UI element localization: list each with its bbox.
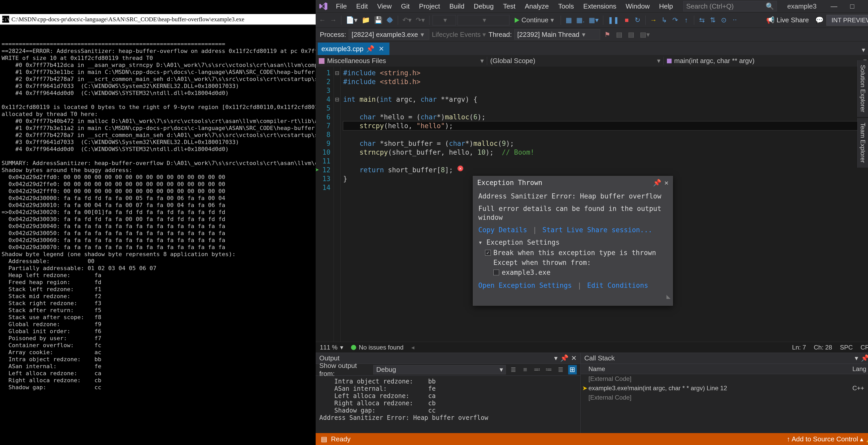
step-over-button[interactable]: ↷ xyxy=(671,15,680,26)
tabs-overflow[interactable]: ▾ xyxy=(859,45,868,55)
resize-grip-icon[interactable]: ◣ xyxy=(666,292,671,301)
show-next-stmt[interactable]: → xyxy=(649,15,658,26)
new-button[interactable]: 📄▾ xyxy=(344,15,359,26)
indent-indicator[interactable]: SPC xyxy=(840,344,853,351)
wnd-btn1[interactable]: ▦ xyxy=(564,15,574,26)
out-btn1[interactable]: ≣ xyxy=(509,365,518,374)
menu-project[interactable]: Project xyxy=(415,1,444,12)
save-button[interactable]: 💾 xyxy=(373,15,384,26)
menu-help[interactable]: Help xyxy=(655,1,677,12)
lifecycle-events[interactable]: Lifecycle Events ▾ xyxy=(432,31,486,39)
callstack-col-lang[interactable]: Lang xyxy=(852,365,868,373)
hscroll-left-icon[interactable]: ◂ xyxy=(411,344,414,351)
open-exc-settings-link[interactable]: Open Exception Settings xyxy=(478,281,572,289)
callstack-row[interactable]: [External Code] xyxy=(581,374,868,383)
fold-gutter[interactable]: ⊟⊟ xyxy=(334,67,341,342)
callstack-row[interactable]: ➤example3.exe!main(int argc, char * * ar… xyxy=(581,383,868,393)
thread-flag-icon[interactable]: ⚑ xyxy=(603,29,612,40)
callstack-col-name[interactable]: Name xyxy=(581,365,852,373)
exception-pin-icon[interactable]: 📌 xyxy=(653,178,661,187)
panel-dd-icon[interactable]: ▾ xyxy=(554,354,558,362)
menu-debug[interactable]: Debug xyxy=(470,1,498,12)
forward-button[interactable]: → xyxy=(329,15,338,26)
save-all-button[interactable]: 🟑 xyxy=(385,15,395,26)
thread-dropdown[interactable]: [22392] Main Thread▾ xyxy=(515,29,600,40)
code-editor[interactable]: 1234567891011121314 ⊟⊟ #include <string.… xyxy=(316,67,868,342)
dbg-a[interactable]: ⇅ xyxy=(708,15,718,26)
except-item-checkbox[interactable]: example3.exe xyxy=(493,268,551,277)
copy-details-link[interactable]: Copy Details xyxy=(478,226,527,234)
panel-close-icon[interactable]: ✕ xyxy=(571,354,577,362)
add-source-control[interactable]: ↑ Add to Source Control ▴ xyxy=(787,435,863,443)
minimize-button[interactable]: ― xyxy=(825,0,843,12)
issues-indicator[interactable]: No issues found xyxy=(351,344,403,351)
dbg-b[interactable]: ⊙ xyxy=(719,15,728,26)
sidetab-solution-explorer[interactable]: Solution Explorer xyxy=(857,60,868,117)
stop-button[interactable]: ■ xyxy=(622,15,631,26)
output-source-dropdown[interactable]: Debug▾ xyxy=(373,365,506,374)
vs-logo-icon[interactable] xyxy=(317,0,330,12)
search-box[interactable]: Search (Ctrl+Q) 🔍 xyxy=(683,1,777,11)
edit-conditions-link[interactable]: Edit Conditions xyxy=(587,281,648,289)
callstack-row[interactable]: [External Code] xyxy=(581,393,868,402)
panel-pin-icon[interactable]: 📌 xyxy=(560,354,568,362)
menu-view[interactable]: View xyxy=(373,1,396,12)
tab-example3-cpp[interactable]: example3.cpp 📌 ✕ xyxy=(318,42,390,55)
open-button[interactable]: 📁 xyxy=(360,15,371,26)
platform-dd[interactable]: ▾ xyxy=(458,15,509,26)
zoom-control[interactable]: 111 %▾ xyxy=(320,344,343,351)
menu-file[interactable]: File xyxy=(332,1,351,12)
out-btn2[interactable]: ≡ xyxy=(521,365,529,374)
stack-frame-b[interactable]: ▤ xyxy=(627,29,636,40)
menu-extensions[interactable]: Extensions xyxy=(579,1,620,12)
menu-test[interactable]: Test xyxy=(499,1,520,12)
step-into-button[interactable]: ↳ xyxy=(660,15,669,26)
back-button[interactable]: ← xyxy=(318,15,327,26)
menu-tools[interactable]: Tools xyxy=(554,1,578,12)
console-output[interactable]: ========================================… xyxy=(0,39,316,392)
process-dropdown[interactable]: [28224] example3.exe▾ xyxy=(349,29,429,40)
maximize-button[interactable]: □ xyxy=(843,0,861,12)
output-text[interactable]: Intra object redzone: bb ASan internal: … xyxy=(316,376,580,423)
nav-member-dd[interactable]: main(int argc, char ** argv) ▾ xyxy=(664,57,868,65)
panel-pin-icon[interactable]: 📌 xyxy=(861,354,868,362)
menu-build[interactable]: Build xyxy=(445,1,469,12)
redo-button[interactable]: ↷▾ xyxy=(414,15,426,26)
close-button[interactable]: ✕ xyxy=(861,0,868,12)
config-dd[interactable]: ▾ xyxy=(433,15,456,26)
menu-git[interactable]: Git xyxy=(397,1,414,12)
continue-button[interactable]: Continue ▾ xyxy=(511,15,558,26)
out-btn5[interactable]: ≣ xyxy=(556,365,565,374)
undo-button[interactable]: ↶▾ xyxy=(401,15,413,26)
stack-frame-c[interactable]: ▤▾ xyxy=(639,29,651,40)
sidetab-team-explorer[interactable]: Team Explorer xyxy=(857,118,868,168)
wnd-btn3[interactable]: ▦▾ xyxy=(587,15,600,26)
step-out-button[interactable]: ↑ xyxy=(681,15,691,26)
menu-edit[interactable]: Edit xyxy=(352,1,372,12)
console-titlebar[interactable]: C:\ C:\MSDN\cpp-docs-pr\docs\c-language\… xyxy=(0,14,316,25)
start-liveshare-link[interactable]: Start Live Share session... xyxy=(542,226,652,234)
panel-dd-icon[interactable]: ▾ xyxy=(855,354,858,362)
eol-indicator[interactable]: CRLF xyxy=(861,344,868,351)
break-checkbox[interactable]: ✓Break when this exception type is throw… xyxy=(485,248,656,257)
nav-project-dd[interactable]: Miscellaneous Files ▾ xyxy=(316,57,487,65)
stack-frame-a[interactable]: ▤ xyxy=(615,29,624,40)
pin-icon[interactable]: 📌 xyxy=(366,45,374,53)
menu-analyze[interactable]: Analyze xyxy=(521,1,553,12)
error-glyph-icon[interactable]: ✕ xyxy=(458,166,463,171)
pause-button[interactable]: ❚❚ xyxy=(607,15,620,26)
exception-close-icon[interactable]: ✕ xyxy=(664,178,669,187)
wnd-btn2[interactable]: ▦. xyxy=(575,15,586,26)
apply-code[interactable]: ⇆ xyxy=(697,15,707,26)
dbg-c[interactable]: ⋅⋅ xyxy=(730,15,739,26)
close-tab-icon[interactable]: ✕ xyxy=(377,44,386,54)
nav-scope-dd[interactable]: (Global Scope) ▾ xyxy=(487,57,664,65)
out-btn4[interactable]: ≔ xyxy=(545,365,553,374)
restart-button[interactable]: ↻ xyxy=(633,15,642,26)
feedback-button[interactable]: 💬 xyxy=(814,15,825,26)
menu-window[interactable]: Window xyxy=(621,1,654,12)
out-btn3[interactable]: ≕ xyxy=(533,365,541,374)
live-share-button[interactable]: 📢 Live Share xyxy=(763,16,812,24)
exception-settings-header[interactable]: ▾ Exception Settings xyxy=(478,238,668,247)
out-btn6[interactable]: ⊞ xyxy=(568,365,577,374)
